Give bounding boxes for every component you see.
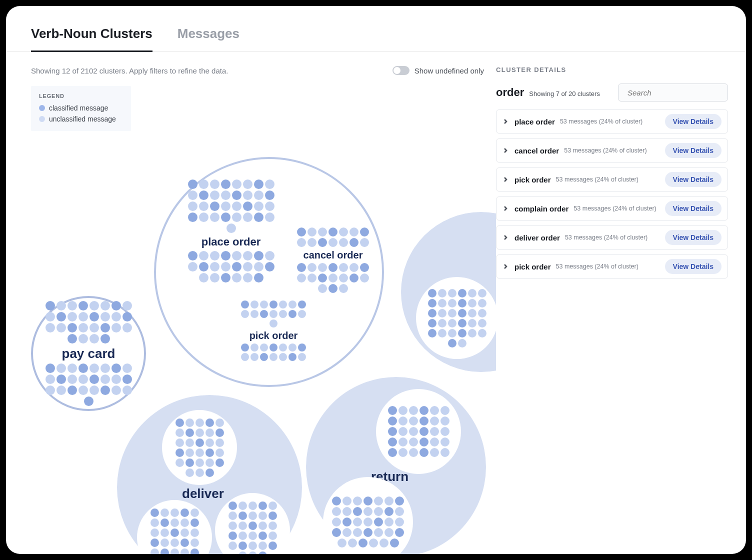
cluster-card[interactable]: pick order53 messages (24% of cluster)Vi…	[496, 168, 728, 192]
chevron-right-icon	[500, 146, 510, 156]
subcluster-anon[interactable]	[323, 477, 413, 554]
cluster-order[interactable]: place order cancel order pick order	[154, 157, 384, 387]
subcluster-anon[interactable]	[215, 493, 290, 554]
cluster-pay-card[interactable]: pay card	[31, 296, 146, 411]
dotgrid	[385, 406, 452, 457]
dotgrid	[224, 502, 281, 554]
subcluster-label: place order	[202, 236, 261, 248]
details-header: order Showing 7 of 20 clusters	[496, 84, 728, 102]
dotgrid	[171, 418, 228, 477]
subcluster-anon[interactable]	[162, 410, 237, 485]
cluster-card-name: pick order	[514, 262, 551, 271]
viz-column: Showing 12 of 2102 clusters. Apply filte…	[6, 52, 496, 554]
subcluster-anon[interactable]	[416, 277, 496, 359]
dotgrid	[240, 300, 307, 328]
cluster-card-sub: 53 messages (24% of cluster)	[564, 147, 664, 154]
cluster-card-name: place order	[514, 118, 555, 126]
dotgrid	[332, 496, 404, 548]
cluster-label-deliver: deliver	[182, 486, 224, 502]
dotgrid	[146, 508, 203, 554]
subcluster-pick-order[interactable]: pick order	[231, 288, 316, 373]
cluster-card-sub: 53 messages (24% of cluster)	[574, 205, 664, 212]
tab-bar: Verb-Noun Clusters Messages	[6, 6, 746, 52]
subcluster-label: pay card	[62, 346, 116, 361]
cluster-card-sub: 53 messages (24% of cluster)	[556, 176, 665, 183]
cluster-card-name: complain order	[514, 204, 568, 213]
content-row: Showing 12 of 2102 clusters. Apply filte…	[6, 52, 746, 554]
view-details-button[interactable]: View Details	[665, 259, 722, 274]
chevron-right-icon	[500, 174, 510, 184]
cluster-card-name: deliver order	[514, 234, 560, 242]
subcluster-cancel-order[interactable]: cancel order	[288, 215, 378, 305]
cluster-card-name: cancel order	[514, 146, 559, 155]
dotgrid	[185, 251, 277, 282]
subcluster-label: cancel order	[304, 250, 363, 260]
chevron-right-icon	[500, 262, 510, 272]
cluster-card[interactable]: place order53 messages (24% of cluster)V…	[496, 110, 728, 134]
cluster-list: place order53 messages (24% of cluster)V…	[496, 110, 728, 278]
cluster-card-sub: 53 messages (24% of cluster)	[565, 234, 665, 241]
search-input[interactable]	[628, 88, 723, 97]
details-selected-sub: Showing 7 of 20 clusters	[529, 90, 600, 98]
details-panel: CLUSTER DETAILS order Showing 7 of 20 cl…	[496, 52, 746, 554]
dotgrid	[42, 301, 135, 344]
cluster-deliver[interactable]: deliver	[117, 395, 302, 554]
tab-messages[interactable]: Messages	[178, 26, 240, 52]
view-details-button[interactable]: View Details	[665, 114, 722, 129]
subcluster-label: pick order	[250, 330, 298, 341]
cluster-card[interactable]: cancel order53 messages (24% of cluster)…	[496, 138, 728, 162]
cluster-card-sub: 53 messages (24% of cluster)	[556, 263, 665, 270]
chevron-right-icon	[500, 116, 510, 126]
view-details-button[interactable]: View Details	[665, 143, 722, 158]
details-search[interactable]	[618, 84, 728, 102]
cluster-partial-topright[interactable]	[401, 212, 496, 372]
dotgrid	[42, 364, 135, 406]
cluster-return[interactable]: return	[306, 377, 486, 554]
cluster-card-name: pick order	[514, 176, 551, 184]
dotgrid	[425, 289, 489, 348]
cluster-card[interactable]: pick order53 messages (24% of cluster)Vi…	[496, 254, 728, 278]
tab-clusters[interactable]: Verb-Noun Clusters	[31, 26, 152, 52]
details-selected-name: order	[496, 86, 524, 99]
dotgrid	[185, 180, 277, 233]
dotgrid	[297, 263, 369, 293]
subcluster-anon[interactable]	[376, 389, 461, 474]
subcluster-anon[interactable]	[137, 500, 212, 554]
cluster-card[interactable]: complain order53 messages (24% of cluste…	[496, 196, 728, 220]
bubble-canvas[interactable]: place order cancel order pick order	[6, 52, 496, 554]
chevron-right-icon	[500, 204, 510, 214]
view-details-button[interactable]: View Details	[665, 230, 722, 245]
view-details-button[interactable]: View Details	[665, 172, 722, 187]
dotgrid	[240, 344, 307, 361]
subcluster-place-order[interactable]: place order	[176, 176, 286, 286]
cluster-card-sub: 53 messages (24% of cluster)	[560, 118, 665, 125]
chevron-right-icon	[500, 232, 510, 242]
app-frame: Verb-Noun Clusters Messages Showing 12 o…	[6, 6, 746, 554]
view-details-button[interactable]: View Details	[665, 201, 722, 216]
dotgrid	[297, 228, 369, 247]
cluster-card[interactable]: deliver order53 messages (24% of cluster…	[496, 226, 728, 250]
details-title: CLUSTER DETAILS	[496, 66, 728, 74]
